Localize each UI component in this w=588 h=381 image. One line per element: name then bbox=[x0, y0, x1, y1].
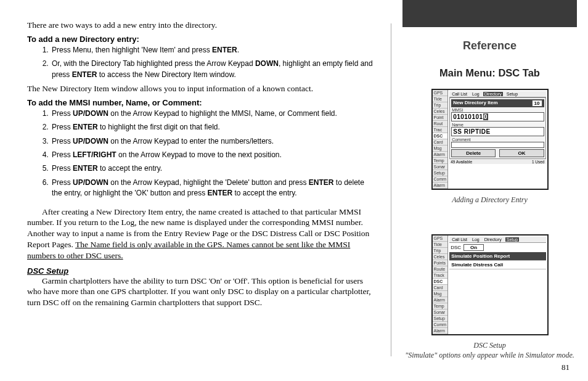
label-mmsi: MMSI bbox=[451, 107, 544, 112]
side-tab: Celes bbox=[433, 109, 448, 115]
top-tab: Call List bbox=[451, 92, 468, 96]
field-comment bbox=[451, 142, 544, 148]
side-tab: Trip bbox=[433, 102, 448, 109]
caption-setup: DSC Setup "Simulate" options only appear… bbox=[405, 340, 574, 360]
list-item: Press UP/DOWN on the Arrow Keypad, highl… bbox=[51, 178, 376, 199]
top-tabs: Call List Log Directory Setup bbox=[449, 237, 545, 243]
paragraph-dsc-setup: Garmin chartplotters have the ability to… bbox=[27, 276, 376, 308]
side-tab: Route bbox=[433, 266, 448, 272]
page-number: 81 bbox=[561, 363, 570, 372]
dsc-label: DSC bbox=[451, 245, 461, 250]
button-row: Delete OK bbox=[451, 149, 544, 157]
heading-add-mmsi: To add the MMSI number, Name, or Comment… bbox=[27, 98, 376, 107]
side-tab: Alarm bbox=[433, 297, 448, 303]
heading-add-entry: To add a new Directory entry: bbox=[27, 35, 376, 44]
side-tab: Celes bbox=[433, 254, 448, 260]
device-body: Call List Log Directory Setup New Direct… bbox=[448, 90, 547, 189]
caption-directory: Adding a Directory Entry bbox=[452, 195, 528, 205]
ok-button: OK bbox=[499, 149, 544, 157]
top-tab: Log bbox=[471, 92, 481, 96]
side-tab: Alarm bbox=[433, 152, 448, 158]
side-tab: Sonar bbox=[433, 309, 448, 316]
side-tab: Temp bbox=[433, 158, 448, 164]
top-tab-selected: Directory bbox=[483, 92, 503, 96]
heading-dsc-setup: DSC Setup bbox=[27, 266, 376, 276]
side-tabs: GPS Tide Trip Celes Points Route Track D… bbox=[433, 236, 449, 334]
status-bar: 49 Available 1 Used bbox=[449, 159, 545, 164]
simulate-distress-call: Simulate Distress Call bbox=[449, 261, 545, 269]
side-tab: Tide bbox=[433, 96, 448, 102]
side-tabs: GPS Tide Trip Celes Point Rout Trac DSC … bbox=[433, 90, 449, 189]
top-tab: Log bbox=[471, 237, 481, 242]
top-tab-selected: Setup bbox=[505, 237, 519, 242]
side-tab: Trip bbox=[433, 248, 448, 254]
side-tab: Card bbox=[433, 139, 448, 145]
label-name: Name bbox=[451, 122, 544, 127]
list-add-entry: Press Menu, then highlight 'New Item' an… bbox=[43, 45, 376, 80]
side-tab: GPS bbox=[433, 236, 448, 242]
left-column: There are two ways to add a new entry in… bbox=[0, 0, 391, 381]
list-item: Press UP/DOWN on the Arrow Keypad to ent… bbox=[51, 136, 376, 147]
list-add-mmsi: Press UP/DOWN on the Arrow Keypad to hig… bbox=[43, 109, 376, 199]
panel-title: New Directory Item bbox=[453, 100, 497, 107]
status-used: 1 Used bbox=[532, 160, 545, 164]
device-body: Call List Log Directory Setup DSC On Sim… bbox=[448, 236, 547, 334]
panel-number: 10 bbox=[532, 100, 542, 107]
new-directory-panel: New Directory Item 10 MMSI 010101010 Nam… bbox=[449, 97, 545, 159]
status-available: 49 Available bbox=[451, 160, 472, 164]
side-tab: Setup bbox=[433, 170, 448, 176]
paragraph-after-directory: After creating a New Directory Item entr… bbox=[27, 207, 376, 261]
mmsi-cursor: 0 bbox=[483, 113, 488, 120]
field-mmsi: 010101010 bbox=[451, 112, 544, 121]
side-tab: Sonar bbox=[433, 164, 448, 170]
side-tab-selected: DSC bbox=[433, 133, 448, 139]
note-new-item-window: The New Directory Item window allows you… bbox=[27, 83, 376, 94]
side-tab: Msg bbox=[433, 145, 448, 152]
dsc-value: On bbox=[463, 244, 484, 251]
side-tab: Trac bbox=[433, 127, 448, 133]
dsc-toggle-row: DSC On bbox=[449, 243, 545, 252]
device-screenshot-setup: GPS Tide Trip Celes Points Route Track D… bbox=[431, 234, 549, 335]
side-tab: Card bbox=[433, 285, 448, 291]
device-screenshot-directory: GPS Tide Trip Celes Point Rout Trac DSC … bbox=[431, 89, 549, 190]
side-tab: Track bbox=[433, 272, 448, 279]
list-item: Press Menu, then highlight 'New Item' an… bbox=[51, 45, 376, 55]
top-tab: Directory bbox=[483, 237, 503, 242]
list-item: Press LEFT/RIGHT on the Arrow Keypad to … bbox=[51, 150, 376, 160]
panel-title-row: New Directory Item 10 bbox=[451, 99, 544, 107]
delete-button: Delete bbox=[451, 149, 496, 157]
side-tab: Point bbox=[433, 115, 448, 121]
simulate-position-report: Simulate Position Report bbox=[449, 252, 545, 261]
side-tab: Tide bbox=[433, 242, 448, 248]
header-bar bbox=[402, 0, 577, 27]
label-comment: Comment bbox=[451, 137, 544, 142]
field-name: SS RIPTIDE bbox=[451, 127, 544, 136]
side-tab: Temp bbox=[433, 303, 448, 309]
list-item: Press ENTER to highlight the first digit… bbox=[51, 122, 376, 133]
manual-page: There are two ways to add a new entry in… bbox=[0, 0, 588, 381]
right-column: Reference Main Menu: DSC Tab GPS Tide Tr… bbox=[391, 0, 588, 381]
list-item: Or, with the Directory Tab highlighted p… bbox=[51, 59, 376, 80]
intro-text: There are two ways to add a new entry in… bbox=[27, 20, 376, 31]
side-tab: Comm bbox=[433, 322, 448, 328]
side-tab: Msg bbox=[433, 291, 448, 297]
side-tab: Comm bbox=[433, 176, 448, 182]
side-tab: Alarm bbox=[433, 182, 448, 189]
top-tab: Call List bbox=[451, 237, 468, 242]
top-tab: Setup bbox=[505, 92, 519, 96]
list-item: Press UP/DOWN on the Arrow Keypad to hig… bbox=[51, 109, 376, 119]
side-tab: GPS bbox=[433, 90, 448, 96]
side-tab: Rout bbox=[433, 121, 448, 127]
side-tab: Setup bbox=[433, 316, 448, 322]
side-tab: Points bbox=[433, 260, 448, 266]
list-item: Press ENTER to accept the entry. bbox=[51, 163, 376, 174]
reference-title: Reference bbox=[463, 39, 517, 52]
subtitle: Main Menu: DSC Tab bbox=[439, 67, 540, 79]
side-tab: Alarm bbox=[433, 328, 448, 334]
top-tabs: Call List Log Directory Setup bbox=[449, 91, 545, 97]
side-tab-selected: DSC bbox=[433, 279, 448, 285]
